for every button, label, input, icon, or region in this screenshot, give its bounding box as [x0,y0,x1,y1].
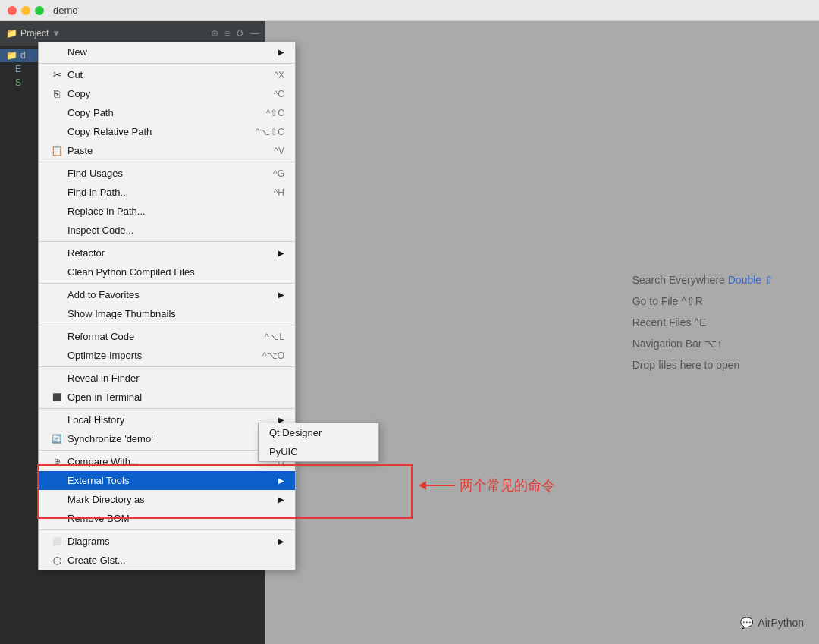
menu-item-create-gist[interactable]: ◯ Create Gist... [39,551,295,570]
sync-icon[interactable]: ⊕ [211,28,218,39]
menu-item-compare-with[interactable]: ⊕ Compare With... ^D [39,452,295,471]
goto-file-hint: Go to File ^⇧R [632,291,774,312]
recent-files-hint: Recent Files ^E [632,312,774,333]
annotation-arrow [425,485,455,486]
submenu-arrow-new: ▶ [278,48,284,56]
folder-icon: E [15,64,21,74]
annotation-text: 两个常见的命令 [460,476,555,495]
collapse-icon[interactable]: ≡ [224,28,230,39]
drop-files-hint: Drop files here to open [632,354,774,375]
submenu-arrow-refactor: ▶ [278,249,284,257]
close-button[interactable] [8,6,17,15]
ide-background: Search Everywhere Double ⇧ Go to File ^⇧… [265,21,819,644]
nav-bar-hint: Navigation Bar ⌥↑ [632,333,774,354]
divider-9 [39,529,295,530]
window-title: demo [53,5,78,16]
divider-1 [39,63,295,64]
menu-item-local-history[interactable]: Local History ▶ [39,410,295,429]
submenu-arrow-favorites: ▶ [278,291,284,299]
menu-item-reformat[interactable]: Reformat Code ^⌥L [39,327,295,346]
diagrams-icon: ⬜ [49,537,64,545]
maximize-button[interactable] [35,6,44,15]
menu-item-qt-designer[interactable]: Qt Designer [259,423,378,442]
tree-item-label: d [20,50,26,61]
menu-item-open-terminal[interactable]: ⬛ Open in Terminal [39,388,295,407]
submenu-arrow-diagrams: ▶ [278,537,284,545]
submenu-arrow-mark-dir: ▶ [278,495,284,504]
divider-8 [39,450,295,451]
menu-item-show-thumbnails[interactable]: Show Image Thumbnails [39,304,295,323]
menu-item-copy-path[interactable]: Copy Path ^⇧C [39,103,295,122]
copy-icon: ⎘ [49,88,64,99]
divider-6 [39,366,295,367]
divider-5 [39,325,295,325]
terminal-icon: ⬛ [49,393,64,401]
menu-item-paste[interactable]: 📋 Paste ^V [39,141,295,160]
divider-4 [39,283,295,284]
menu-item-add-favorites[interactable]: Add to Favorites ▶ [39,285,295,304]
menu-item-external-tools[interactable]: External Tools ▶ [39,471,295,490]
search-hints: Search Everywhere Double ⇧ Go to File ^⇧… [632,269,774,375]
menu-item-refactor[interactable]: Refactor ▶ [39,243,295,262]
divider-2 [39,162,295,162]
menu-item-optimize[interactable]: Optimize Imports ^⌥O [39,346,295,365]
paste-icon: 📋 [49,145,64,156]
cut-icon: ✂ [49,69,64,80]
compare-icon: ⊕ [49,457,64,467]
menu-item-new[interactable]: New ▶ [39,42,295,61]
menu-item-find-in-path[interactable]: Find in Path... ^H [39,183,295,202]
menu-item-copy[interactable]: ⎘ Copy ^C [39,84,295,103]
menu-item-inspect-code[interactable]: Inspect Code... [39,221,295,240]
minimize-button[interactable] [21,6,30,15]
branding: 💬 AirPython [740,617,804,629]
submenu-arrow-external-tools: ▶ [278,476,284,485]
annotation: 两个常见的命令 [425,476,555,495]
panel-icons[interactable]: ⊕ ≡ ⚙ — [211,28,259,39]
menu-item-remove-bom[interactable]: Remove BOM [39,509,295,528]
menu-item-clean[interactable]: Clean Python Compiled Files [39,262,295,281]
brand-text: AirPython [758,617,804,629]
sync-icon-menu: 🔄 [49,434,64,444]
menu-item-reveal-finder[interactable]: Reveal in Finder [39,369,295,388]
menu-item-diagrams[interactable]: ⬜ Diagrams ▶ [39,532,295,551]
menu-item-replace-in-path[interactable]: Replace in Path... [39,202,295,221]
scratch-icon: S [15,77,21,88]
brand-icon: 💬 [740,617,753,629]
menu-item-cut[interactable]: ✂ Cut ^X [39,65,295,84]
settings-icon[interactable]: ⚙ [236,28,244,39]
folder-icon: 📁 [6,50,17,61]
gist-icon: ◯ [49,556,64,564]
external-tools-submenu: Qt Designer PyUIC [258,423,379,462]
menu-item-copy-relative-path[interactable]: Copy Relative Path ^⌥⇧C [39,122,295,141]
menu-item-pyuic[interactable]: PyUIC [259,442,378,461]
context-menu: New ▶ ✂ Cut ^X ⎘ Copy ^C Copy Path ^⇧C C… [38,42,296,570]
close-panel-icon[interactable]: — [250,28,259,39]
menu-item-mark-directory[interactable]: Mark Directory as ▶ [39,490,295,509]
divider-3 [39,241,295,242]
menu-item-synchronize[interactable]: 🔄 Synchronize 'demo' [39,429,295,448]
window-controls[interactable] [8,6,44,15]
search-everywhere-hint: Search Everywhere Double ⇧ [632,269,774,291]
divider-7 [39,408,295,409]
menu-item-find-usages[interactable]: Find Usages ^G [39,164,295,183]
title-bar: demo [0,0,819,21]
panel-title: Project [20,28,49,39]
